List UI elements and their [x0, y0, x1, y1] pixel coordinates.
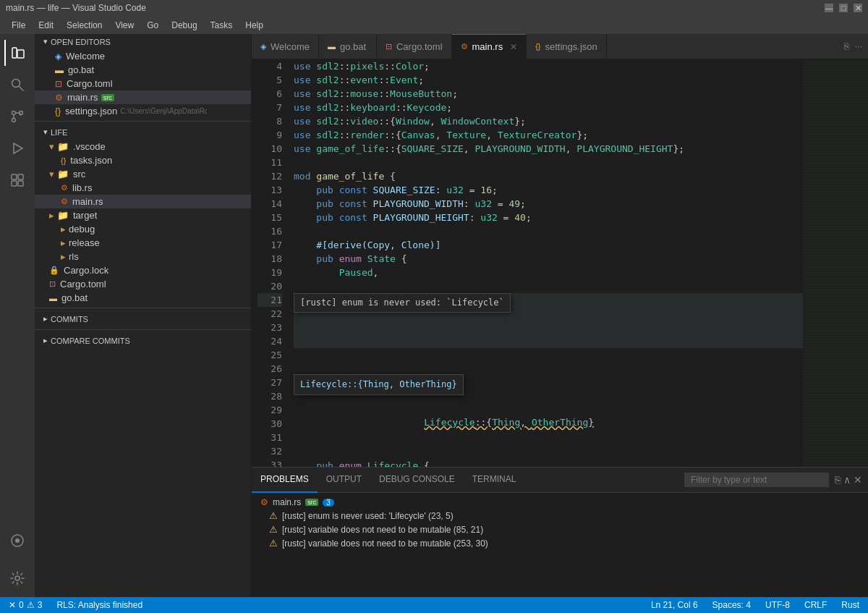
panel-tab-debug-console[interactable]: DEBUG CONSOLE	[370, 468, 464, 493]
menu-help[interactable]: Help	[239, 19, 269, 32]
gitlens-icon[interactable]	[4, 528, 30, 554]
panel-close-icon[interactable]: ✕	[854, 474, 862, 486]
open-editor-welcome-label: Welcome	[66, 51, 105, 62]
tab-gobat[interactable]: ▬ go.bat	[319, 34, 377, 59]
menu-debug[interactable]: Debug	[166, 19, 203, 32]
librs-file[interactable]: ⚙ lib.rs	[35, 181, 251, 195]
panel-controls: ⎘ ∧ ✕	[829, 474, 868, 486]
status-branch[interactable]: RLS: Analysis finished	[54, 600, 145, 610]
src-folder[interactable]: ▾ 📁 src	[35, 167, 251, 181]
menu-tasks[interactable]: Tasks	[205, 19, 239, 32]
panel-file-header[interactable]: ⚙ main.rs src 3	[252, 496, 868, 509]
tab-mainrs-close[interactable]: ✕	[510, 42, 517, 52]
mainrs-file-icon: ⚙	[55, 93, 63, 103]
split-editor-icon[interactable]: ⎘	[844, 41, 849, 51]
commits-section[interactable]: ▸ COMMITS	[35, 311, 251, 326]
warning-item-2[interactable]: ⚠ [rustc] variable does not need to be m…	[252, 523, 868, 536]
activity-bar	[0, 34, 35, 597]
settings-file-icon: {}	[55, 106, 61, 117]
panel-tabs: PROBLEMS OUTPUT DEBUG CONSOLE TERMINAL ⎘…	[252, 468, 868, 493]
source-control-icon[interactable]	[4, 103, 30, 130]
cargolock-file[interactable]: 🔒 Cargo.lock	[35, 263, 251, 277]
warning-icon-2: ⚠	[269, 524, 278, 535]
open-editor-cargotoml[interactable]: ⊡ Cargo.toml	[35, 77, 251, 90]
autocomplete-popup[interactable]: Lifecycle::{Thing, OtherThing}	[294, 374, 464, 395]
panel-tab-output[interactable]: OUTPUT	[318, 468, 370, 493]
panel-filter-input[interactable]	[684, 473, 829, 487]
menu-go[interactable]: Go	[141, 19, 164, 32]
panel-tab-terminal[interactable]: TERMINAL	[464, 468, 525, 493]
line-numbers: 4 5 6 7 8 9 10 11 12 13 14 15 16 17	[252, 59, 288, 467]
compare-commits-section[interactable]: ▸ COMPARE COMMITS	[35, 333, 251, 348]
menu-selection[interactable]: Selection	[61, 19, 108, 32]
warning-text-2: [rustc] variable does not need to be mut…	[282, 525, 483, 535]
status-position-label: Ln 21, Col 6	[651, 600, 698, 610]
open-editor-mainrs[interactable]: ⚙ main.rs src	[35, 90, 251, 104]
maximize-button[interactable]: □	[839, 4, 848, 12]
code-line-20	[294, 279, 803, 293]
open-editor-gobat-label: go.bat	[68, 64, 94, 75]
svg-point-2	[12, 80, 20, 88]
tab-welcome[interactable]: ◈ Welcome	[252, 34, 319, 59]
cargotoml-tree-file[interactable]: ⊡ Cargo.toml	[35, 277, 251, 291]
open-editors-section: ▾ OPEN EDITORS ◈ Welcome ▬ go.bat ⊡ Carg…	[35, 34, 251, 118]
tab-cargotoml[interactable]: ⊡ Cargo.toml	[377, 34, 452, 59]
menu-view[interactable]: View	[109, 19, 140, 32]
panel-tab-problems[interactable]: PROBLEMS	[252, 468, 318, 493]
rls-folder[interactable]: ▸ rls	[35, 250, 251, 263]
panel-new-terminal-icon[interactable]: ⎘	[835, 474, 841, 486]
minimize-button[interactable]: —	[825, 4, 833, 12]
status-language[interactable]: Rust	[838, 600, 862, 610]
tasksjson-label: tasks.json	[70, 155, 112, 166]
sidebar-divider-1	[35, 121, 251, 122]
tasks-json-file[interactable]: {} tasks.json	[35, 153, 251, 167]
warning-item-3[interactable]: ⚠ [rustc] variable does not need to be m…	[252, 536, 868, 550]
status-encoding[interactable]: UTF-8	[762, 600, 793, 610]
minimap-content	[803, 59, 868, 467]
panel-file-icon: ⚙	[260, 497, 268, 507]
more-actions-icon[interactable]: ···	[855, 41, 862, 51]
svg-point-5	[12, 119, 16, 122]
menu-file[interactable]: File	[6, 19, 31, 32]
tab-settings[interactable]: {} settings.json	[527, 34, 607, 59]
life-label: LIFE	[51, 128, 67, 137]
mainrs-file[interactable]: ⚙ main.rs	[35, 195, 251, 208]
debug-icon[interactable]	[4, 135, 30, 161]
vscode-folder[interactable]: ▾ 📁 .vscode	[35, 140, 251, 153]
error-icon: ✕	[9, 600, 16, 610]
debug-folder[interactable]: ▸ debug	[35, 222, 251, 236]
sidebar-divider-3	[35, 329, 251, 330]
tab-mainrs[interactable]: ⚙ main.rs ✕	[452, 34, 527, 59]
svg-rect-10	[12, 181, 17, 186]
search-icon[interactable]	[4, 72, 30, 98]
settings-icon[interactable]	[4, 565, 30, 591]
menu-edit[interactable]: Edit	[33, 19, 59, 32]
status-position[interactable]: Ln 21, Col 6	[648, 600, 701, 610]
panel-collapse-icon[interactable]: ∧	[843, 474, 851, 486]
code-line-5: use sdl2::event::Event;	[294, 73, 803, 87]
tab-gobat-icon: ▬	[328, 42, 336, 51]
gobat-tree-file[interactable]: ▬ go.bat	[35, 291, 251, 305]
status-line-ending[interactable]: CRLF	[801, 600, 830, 610]
life-header[interactable]: ▾ LIFE	[35, 124, 251, 140]
release-folder[interactable]: ▸ release	[35, 236, 251, 250]
explorer-icon[interactable]	[4, 40, 30, 66]
status-errors[interactable]: ✕ 0 ⚠ 3	[6, 600, 45, 610]
code-line-10: use game_of_life::{SQUARE_SIZE, PLAYGROU…	[294, 142, 803, 156]
sidebar-divider-2	[35, 308, 251, 308]
open-editor-settings[interactable]: {} settings.json C:\Users\Genji\AppData\…	[35, 104, 251, 118]
release-label: release	[69, 237, 100, 248]
open-editor-welcome[interactable]: ◈ Welcome	[35, 49, 251, 63]
target-folder[interactable]: ▸ 📁 target	[35, 208, 251, 222]
warning-item-1[interactable]: ⚠ [rustc] enum is never used: 'Lifecycle…	[252, 509, 868, 523]
tab-mainrs-label: main.rs	[472, 41, 503, 52]
status-spaces[interactable]: Spaces: 4	[710, 600, 754, 610]
extensions-icon[interactable]	[4, 167, 30, 193]
close-button[interactable]: ✕	[854, 4, 862, 12]
tab-gobat-label: go.bat	[340, 41, 366, 52]
code-editor[interactable]: 4 5 6 7 8 9 10 11 12 13 14 15 16 17	[252, 59, 868, 467]
open-editors-header[interactable]: ▾ OPEN EDITORS	[35, 34, 251, 49]
open-editor-gobat[interactable]: ▬ go.bat	[35, 63, 251, 77]
settings-path: C:\Users\Genji\AppData\Roaming\Code\User	[120, 107, 207, 115]
code-content[interactable]: use sdl2::pixels::Color; use sdl2::event…	[288, 59, 803, 467]
